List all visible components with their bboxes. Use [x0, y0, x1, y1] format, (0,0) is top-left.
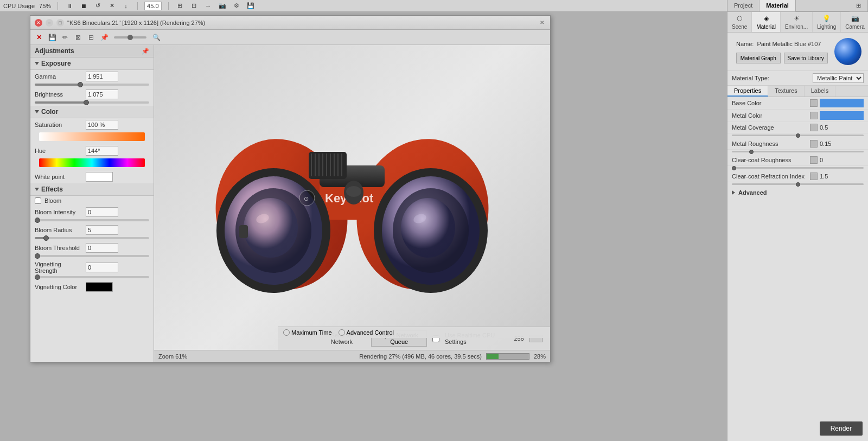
- color-title: Color: [41, 108, 58, 116]
- settings-btn[interactable]: ⚙: [232, 1, 241, 11]
- window-pin-btn[interactable]: ✕: [538, 19, 546, 27]
- advanced-control-radio[interactable]: Advanced Control: [339, 329, 394, 336]
- render-btn[interactable]: Render: [820, 421, 863, 436]
- bloom-threshold-input[interactable]: [86, 243, 118, 253]
- arrow-btn[interactable]: →: [203, 1, 213, 11]
- pause-btn[interactable]: ⏸: [65, 1, 74, 11]
- metal-color-link-icon[interactable]: [810, 112, 818, 119]
- bloom-threshold-slider-track[interactable]: [35, 255, 149, 257]
- base-color-label: Base Color: [732, 100, 808, 106]
- properties-tab[interactable]: Properties: [727, 86, 768, 97]
- frame-btn[interactable]: ⊡: [189, 1, 199, 11]
- labels-tab[interactable]: Labels: [805, 86, 835, 97]
- mat-type-label: Material Type:: [732, 75, 813, 81]
- color-section-header[interactable]: Color: [30, 106, 154, 118]
- brightness-row: Brightness: [30, 88, 154, 100]
- vignetting-strength-slider-track[interactable]: [35, 276, 149, 278]
- bloom-radius-slider-track[interactable]: [35, 237, 149, 239]
- vignetting-color-swatch[interactable]: [86, 282, 113, 292]
- max-time-radio[interactable]: Maximum Time: [283, 329, 332, 336]
- vignetting-strength-input[interactable]: [86, 263, 118, 272]
- base-color-link-icon[interactable]: [810, 99, 818, 107]
- saturation-gradient[interactable]: [39, 132, 145, 141]
- window-close-btn[interactable]: ✕: [35, 19, 42, 27]
- svg-text:⊙: ⊙: [304, 195, 309, 202]
- crop2-icon[interactable]: ⊟: [86, 32, 97, 43]
- zoom-icon[interactable]: 🔍: [151, 32, 162, 43]
- pin-icon[interactable]: 📌: [99, 32, 110, 43]
- bloom-radius-input[interactable]: [86, 225, 118, 235]
- scene-tab[interactable]: ⬡ Scene: [727, 12, 752, 32]
- material-name-section: Name: Paint Metallic Blue #107 Material …: [727, 33, 868, 71]
- svg-point-28: [346, 186, 361, 197]
- white-point-row: White point: [30, 170, 154, 183]
- svg-rect-29: [239, 225, 248, 238]
- material-name-row: Name: Paint Metallic Blue #107: [732, 37, 832, 50]
- zoom-label: Zoom 61%: [158, 353, 187, 360]
- toolbar-separator: [58, 2, 58, 10]
- clearcoat-roughness-slider[interactable]: [732, 167, 864, 169]
- white-point-label: White point: [35, 174, 84, 180]
- textures-tab[interactable]: Textures: [768, 86, 805, 97]
- white-point-swatch[interactable]: [86, 172, 113, 182]
- camera-btn[interactable]: 📷: [218, 1, 227, 11]
- material-tab[interactable]: Material: [760, 0, 796, 11]
- metal-coverage-link-icon[interactable]: [810, 124, 818, 131]
- exposure-section-header[interactable]: Exposure: [30, 57, 154, 70]
- panel-pin-btn[interactable]: 📌: [142, 48, 149, 55]
- bloom-radius-label: Bloom Radius: [35, 227, 84, 233]
- crop-icon[interactable]: ⊠: [73, 32, 84, 43]
- hue-input[interactable]: [86, 146, 118, 156]
- hue-rainbow[interactable]: [39, 158, 145, 167]
- gamma-slider-track[interactable]: [35, 84, 149, 86]
- pencil-icon[interactable]: ✏: [60, 32, 71, 43]
- material-graph-btn[interactable]: Material Graph: [736, 53, 781, 63]
- mat-type-select[interactable]: Metallic Paint: [813, 73, 864, 83]
- window-max-btn[interactable]: □: [56, 19, 64, 27]
- bloom-intensity-input[interactable]: [86, 207, 118, 217]
- bloom-intensity-slider-track[interactable]: [35, 219, 149, 221]
- material-sphere-preview[interactable]: [834, 38, 861, 65]
- clearcoat-refraction-link-icon[interactable]: [810, 172, 818, 180]
- color-collapse-icon: [35, 110, 39, 113]
- metal-color-swatch[interactable]: [820, 111, 864, 120]
- bloom-radius-slider-row: [30, 236, 154, 241]
- save-icon[interactable]: 💾: [47, 32, 58, 43]
- bloom-checkbox[interactable]: [35, 197, 41, 204]
- saturation-slider-row: [30, 131, 154, 144]
- camera-tab[interactable]: 📷 Camera: [841, 12, 868, 32]
- metal-coverage-thumb: [796, 133, 800, 138]
- brightness-input[interactable]: [86, 90, 118, 99]
- download-btn[interactable]: ↓: [121, 1, 131, 11]
- stop-btn[interactable]: ⏹: [79, 1, 88, 11]
- zoom-slider[interactable]: [114, 36, 146, 39]
- project-tab[interactable]: Project: [727, 0, 760, 11]
- save-btn[interactable]: 💾: [246, 1, 256, 11]
- material-main-tab[interactable]: ◈ Material: [752, 12, 781, 32]
- refresh-btn[interactable]: ↺: [93, 1, 103, 11]
- lighting-tab[interactable]: 💡 Lighting: [813, 12, 841, 32]
- environment-tab[interactable]: ☀ Environ...: [781, 12, 813, 32]
- vignetting-strength-slider-row: [30, 275, 154, 280]
- metal-roughness-slider-row: [727, 150, 868, 155]
- brightness-slider-track[interactable]: [35, 101, 149, 104]
- window-min-btn[interactable]: −: [46, 19, 53, 27]
- close-btn[interactable]: ✕: [107, 1, 117, 11]
- save-library-btn[interactable]: Save to Library: [784, 53, 828, 63]
- metal-roughness-slider[interactable]: [732, 151, 864, 152]
- expand-tab[interactable]: ⊞: [850, 0, 868, 11]
- clearcoat-roughness-value: 0: [820, 157, 864, 163]
- exposure-collapse-icon: [35, 62, 39, 65]
- vignetting-color-label: Vignetting Color: [35, 284, 84, 290]
- effects-section-header[interactable]: Effects: [30, 183, 154, 196]
- base-color-swatch[interactable]: [820, 99, 864, 107]
- grid-btn[interactable]: ⊞: [175, 1, 185, 11]
- saturation-input[interactable]: [86, 120, 118, 130]
- advanced-row[interactable]: Advanced: [727, 187, 868, 198]
- clearcoat-roughness-link-icon[interactable]: [810, 156, 818, 164]
- metal-coverage-slider[interactable]: [732, 135, 864, 136]
- gamma-input[interactable]: [86, 72, 118, 81]
- clearcoat-refraction-slider[interactable]: [732, 183, 864, 185]
- metal-roughness-link-icon[interactable]: [810, 140, 818, 148]
- close-icon[interactable]: ✕: [34, 32, 44, 43]
